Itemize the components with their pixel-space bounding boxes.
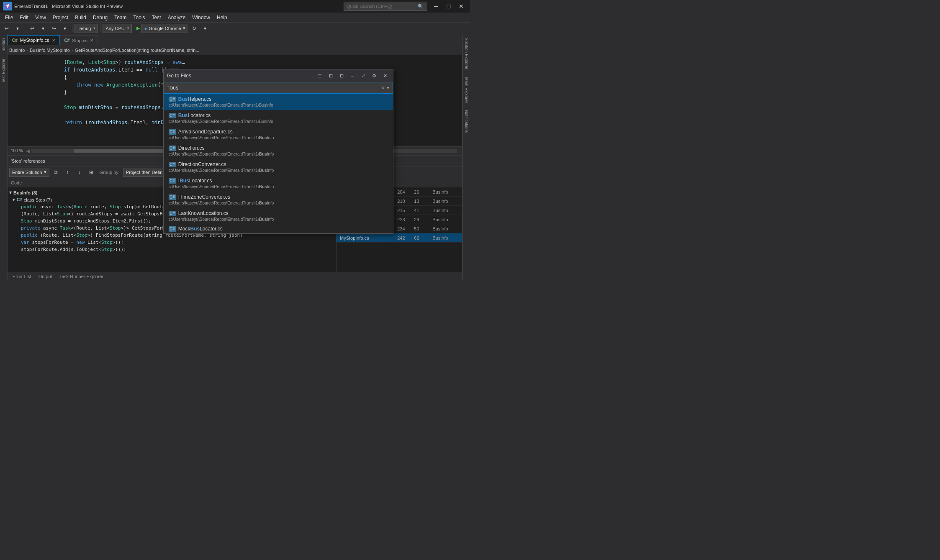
maximize-button[interactable]: □ [443, 1, 454, 12]
run-target-dropdown[interactable]: ● Google Chrome ▾ [141, 24, 188, 33]
debug-mode-label: Debug [77, 26, 91, 31]
expand-class-icon[interactable]: ▾ [13, 197, 15, 202]
back-button[interactable]: ↩ [2, 23, 12, 33]
refresh-button[interactable]: ↻ [189, 23, 199, 33]
goto-tool-3[interactable]: ⊟ [337, 71, 346, 80]
goto-files-panel: Go to Files ☰ ⊞ ⊟ ≡ ⤢ ⚙ ✕ ✕ ▾ C# BusHelp… [163, 69, 393, 234]
goto-search-input[interactable] [167, 85, 381, 91]
redo-button[interactable]: ↪ [49, 23, 59, 33]
tab-mystopinfo[interactable]: C# MyStopInfo.cs ✕ [8, 35, 60, 45]
right-tab-solution-explorer[interactable]: Solution Explorer [463, 34, 470, 73]
goto-result-buslocator[interactable]: C# BusLocator.cs c:\Users\kaseyu\Source\… [164, 110, 393, 126]
debug-mode-dropdown[interactable]: Debug ▾ [74, 24, 98, 33]
goto-result-direction[interactable]: C# Direction.cs c:\Users\kaseyu\Source\R… [164, 143, 393, 159]
chrome-icon: ● [144, 26, 147, 31]
menu-view[interactable]: View [32, 13, 49, 23]
goto-tool-4[interactable]: ≡ [348, 71, 357, 80]
code-col-label: Code [11, 180, 22, 185]
menu-test[interactable]: Test [149, 13, 164, 23]
goto-result-itimezone[interactable]: C# ITimeZoneConverter.cs c:\Users\kaseyu… [164, 192, 393, 208]
breadcrumb-class: BusInfo.MyStopInfo [30, 48, 70, 53]
ref-line-2: 210 [396, 199, 412, 204]
goto-result-arrivals[interactable]: C# ArrivalsAndDeparture.cs c:\Users\kase… [164, 126, 393, 143]
close-button[interactable]: ✕ [456, 1, 467, 12]
right-tab-team-explorer[interactable]: Team Explorer [463, 73, 470, 106]
ref-line-4: 223 [396, 217, 412, 222]
goto-name-mockbus-text: MockBusLocator.cs [178, 226, 223, 232]
refresh-dropdown[interactable]: ▾ [200, 23, 210, 33]
goto-files-title: Go to Files [167, 73, 191, 79]
task-runner-tab[interactable]: Task Runner Explorer [56, 273, 107, 280]
goto-result-directionconv[interactable]: C# DirectionConverter.cs c:\Users\kaseyu… [164, 159, 393, 175]
undo-button[interactable]: ↩ [27, 23, 37, 33]
zoom-left-arrow[interactable]: ◀ [26, 148, 30, 154]
goto-close-button[interactable]: ✕ [380, 71, 390, 80]
run-target-label: Google Chrome [149, 26, 181, 31]
scope-dropdown[interactable]: Entire Solution ▾ [9, 168, 49, 177]
menu-build[interactable]: Build [72, 13, 90, 23]
goto-scroll-down-icon[interactable]: ▾ [387, 85, 389, 91]
class-label: class Stop (7) [24, 197, 52, 202]
editor-tab-bar: C# MyStopInfo.cs ✕ C# Stop.cs ✕ [8, 34, 462, 45]
menu-analyze[interactable]: Analyze [164, 13, 189, 23]
collapse-icon[interactable]: ▾ [9, 190, 12, 195]
down-button[interactable]: ↓ [74, 167, 85, 177]
up-button[interactable]: ↑ [63, 167, 73, 177]
breadcrumb: BusInfo › BusInfo.MyStopInfo › GetRouteA… [8, 45, 462, 55]
goto-result-lastknown[interactable]: C# LastKnownLocation.cs c:\Users\kaseyu\… [164, 208, 393, 224]
minimize-button[interactable]: ─ [431, 1, 442, 12]
goto-result-name-direction: C# Direction.cs [169, 145, 388, 151]
goto-search-box[interactable]: ✕ ▾ [164, 82, 393, 94]
ref-line-3: 215 [396, 208, 412, 213]
error-list-tab[interactable]: Error List [9, 273, 35, 280]
ref-row-7[interactable]: stopsForRoute.Add(s.ToObject<Stop>()); [8, 246, 336, 253]
quick-launch-input[interactable] [347, 4, 418, 9]
tab-mystopinfo-label: MyStopInfo.cs [20, 38, 49, 43]
menu-project[interactable]: Project [49, 13, 72, 23]
goto-tool-1[interactable]: ☰ [315, 71, 324, 80]
expand-button[interactable]: ⊞ [86, 167, 96, 177]
quick-launch-box[interactable]: 🔍 [344, 2, 427, 11]
goto-clear-icon[interactable]: ✕ [381, 85, 385, 91]
menu-help[interactable]: Help [213, 13, 231, 23]
goto-results-list: C# BusHelpers.cs c:\Users\kaseyu\Source\… [164, 94, 393, 233]
ref-line-1: 204 [396, 189, 412, 194]
undo-dropdown[interactable]: ▾ [38, 23, 48, 33]
menu-tools[interactable]: Tools [130, 13, 149, 23]
menu-debug[interactable]: Debug [90, 13, 111, 23]
menu-edit[interactable]: Edit [16, 13, 32, 23]
copy-button[interactable]: ⧉ [51, 167, 61, 177]
ref-col-4: 29 [412, 217, 429, 222]
goto-tool-2[interactable]: ⊞ [326, 71, 335, 80]
breadcrumb-method: GetRouteAndStopForLocation(string routeS… [75, 48, 200, 53]
tab-close-stop[interactable]: ✕ [90, 38, 93, 43]
goto-result-mockbus[interactable]: C# MockBusLocator.cs [164, 224, 393, 233]
goto-tool-settings[interactable]: ⚙ [370, 71, 379, 80]
sidebar-tab-toolbox[interactable]: Toolbox [0, 34, 7, 55]
output-tab[interactable]: Output [35, 273, 56, 280]
tab-stop[interactable]: C# Stop.cs ✕ [60, 35, 98, 45]
run-button[interactable]: ▶ ● Google Chrome ▾ [136, 24, 188, 33]
platform-dropdown[interactable]: Any CPU ▾ [103, 24, 131, 33]
tab-close-mystopinfo[interactable]: ✕ [52, 38, 55, 43]
sidebar-tab-test-explorer[interactable]: Test Explorer [0, 55, 7, 86]
cs-file-icon-mockbus: C# [169, 226, 176, 232]
goto-name-bus-text: BusHelpers.cs [178, 96, 211, 102]
goto-result-name-buslocator: C# BusLocator.cs [169, 113, 388, 118]
breadcrumb-namespace: BusInfo [9, 48, 25, 53]
platform-label: Any CPU [105, 26, 124, 31]
ref-row-6[interactable]: var stopsForRoute = new List<Stop>(); [8, 239, 336, 246]
references-title: 'Stop' references [11, 159, 45, 164]
goto-tool-expand[interactable]: ⤢ [359, 71, 368, 80]
menu-team[interactable]: Team [111, 13, 130, 23]
right-tab-notifications[interactable]: Notifications [463, 107, 470, 136]
goto-result-ibuslocator[interactable]: C# IBusLocator.cs c:\Users\kaseyu\Source… [164, 175, 393, 192]
menu-window[interactable]: Window [189, 13, 213, 23]
goto-result-name-directionconv: C# DirectionConverter.cs [169, 161, 388, 167]
menu-file[interactable]: File [2, 13, 16, 23]
sep2 [72, 25, 72, 32]
redo-dropdown[interactable]: ▾ [60, 23, 70, 33]
goto-path-arrivals: c:\Users\kaseyu\Source\Repos\EmeraldTran… [169, 136, 388, 140]
goto-result-bushelpers[interactable]: C# BusHelpers.cs c:\Users\kaseyu\Source\… [164, 94, 393, 110]
back-dropdown[interactable]: ▾ [13, 23, 23, 33]
